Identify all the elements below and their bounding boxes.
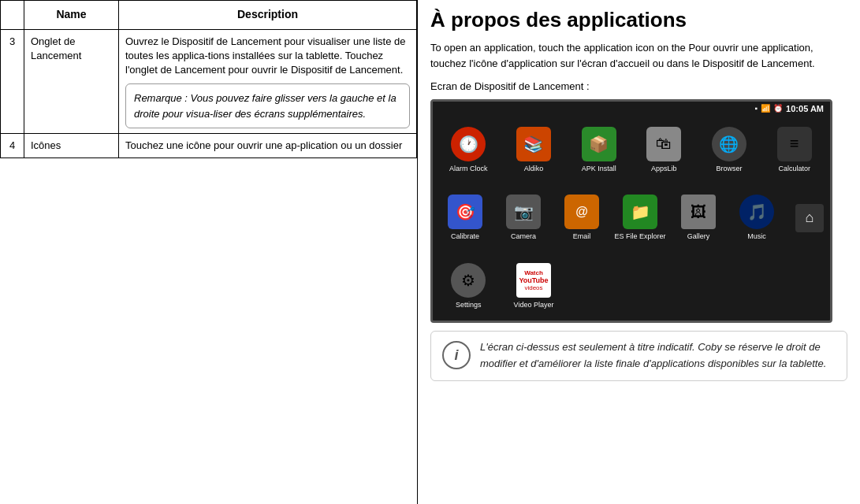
video-player-icon: Watch YouTube videos <box>516 263 551 298</box>
app-grid-row2: 🎯 Calibrate 📷 Camera @ Email 📁 ES File E… <box>433 183 789 252</box>
aldiko-icon: 📚 <box>516 127 551 161</box>
content-table: Name Description 3 Onglet de Lancement O… <box>0 0 417 158</box>
row-name-4: Icônes <box>24 134 119 158</box>
app-appslib[interactable]: 🛍 AppsLib <box>631 122 697 178</box>
calibrate-icon: 🎯 <box>448 195 482 229</box>
music-icon: 🎵 <box>739 195 774 229</box>
app-camera[interactable]: 📷 Camera <box>494 190 553 246</box>
col-header-name: Name <box>24 1 119 30</box>
app-grid-row3: ⚙ Settings Watch YouTube videos Video Pl… <box>433 252 830 321</box>
browser-icon: 🌐 <box>712 127 746 161</box>
wifi-icon: 📶 <box>761 104 770 113</box>
alarm-clock-icon: 🕐 <box>451 127 486 161</box>
sim-icon: ▪ <box>755 104 758 113</box>
alarm-icon: ⏰ <box>773 104 783 113</box>
table-row: 3 Onglet de Lancement Ouvrez le Disposit… <box>1 29 417 134</box>
app-music-label: Music <box>747 232 766 241</box>
app-calibrate[interactable]: 🎯 Calibrate <box>436 190 494 246</box>
status-time: 10:05 AM <box>786 104 824 113</box>
intro-paragraph: To open an application, touch the applic… <box>430 40 847 71</box>
app-apk-install[interactable]: 📦 APK Install <box>566 122 631 178</box>
appslib-icon: 🛍 <box>646 127 681 161</box>
app-settings[interactable]: ⚙ Settings <box>436 258 501 314</box>
app-browser[interactable]: 🌐 Browser <box>697 122 762 178</box>
app-calculator-label: Calculator <box>778 165 810 173</box>
app-gallery-label: Gallery <box>687 232 710 241</box>
app-grid-row1: 🕐 Alarm Clock 📚 Aldiko 📦 APK Install 🛍 A… <box>433 116 830 184</box>
col-header-desc: Description <box>119 1 417 30</box>
app-alarm-clock[interactable]: 🕐 Alarm Clock <box>436 122 501 178</box>
app-email[interactable]: @ Email <box>553 190 611 246</box>
home-button[interactable]: ⌂ <box>795 204 824 232</box>
app-camera-label: Camera <box>511 232 536 241</box>
app-apk-label: APK Install <box>582 165 616 173</box>
settings-icon: ⚙ <box>451 263 486 298</box>
gallery-icon: 🖼 <box>681 195 716 229</box>
app-esfile[interactable]: 📁 ES File Explorer <box>611 190 669 246</box>
app-calculator[interactable]: ≡ Calculator <box>761 122 827 178</box>
row-desc-3: Ouvrez le Dispositif de Lancement pour v… <box>119 29 417 134</box>
app-appslib-label: AppsLib <box>651 165 677 173</box>
app-grid-row2-container: 🎯 Calibrate 📷 Camera @ Email 📁 ES File E… <box>433 183 830 252</box>
app-aldiko-label: Aldiko <box>524 165 544 173</box>
app-aldiko[interactable]: 📚 Aldiko <box>501 122 567 178</box>
remark-box-3: Remarque : Vous pouvez faire glisser ver… <box>125 83 410 128</box>
status-icons: ▪ 📶 ⏰ 10:05 AM <box>755 104 824 113</box>
app-gallery[interactable]: 🖼 Gallery <box>669 190 728 246</box>
app-email-label: Email <box>573 232 591 241</box>
table-row: 4 Icônes Touchez une icône pour ouvrir u… <box>1 134 417 158</box>
row-num-3: 3 <box>1 29 24 134</box>
page-title: À propos des applications <box>430 8 847 32</box>
screen-label: Ecran de Dispositif de Lancement : <box>430 79 847 94</box>
right-panel: À propos des applications To open an app… <box>418 0 860 504</box>
app-music[interactable]: 🎵 Music <box>728 190 786 246</box>
device-screenshot: ▪ 📶 ⏰ 10:05 AM 🕐 Alarm Clock 📚 Aldiko 📦 … <box>430 99 832 323</box>
info-text: L'écran ci-dessus est seulement à titre … <box>480 339 836 372</box>
info-icon: i <box>442 341 471 369</box>
col-header-num <box>1 1 24 30</box>
calculator-icon: ≡ <box>777 127 812 161</box>
app-video-player[interactable]: Watch YouTube videos Video Player <box>501 258 567 314</box>
status-bar: ▪ 📶 ⏰ 10:05 AM <box>433 102 830 116</box>
apk-install-icon: 📦 <box>582 127 616 161</box>
app-esfile-label: ES File Explorer <box>614 232 665 241</box>
app-settings-label: Settings <box>456 301 482 309</box>
email-icon: @ <box>564 195 599 229</box>
app-browser-label: Browser <box>716 165 742 173</box>
left-panel: Name Description 3 Onglet de Lancement O… <box>0 0 418 504</box>
app-video-player-label: Video Player <box>514 301 554 309</box>
row-name-3: Onglet de Lancement <box>24 29 119 134</box>
info-box: i L'écran ci-dessus est seulement à titr… <box>430 331 847 381</box>
row-desc-4: Touchez une icône pour ouvrir une ap-pli… <box>119 134 417 158</box>
row-num-4: 4 <box>1 134 24 158</box>
camera-icon: 📷 <box>506 195 541 229</box>
app-alarm-clock-label: Alarm Clock <box>449 165 488 173</box>
esfile-icon: 📁 <box>623 195 657 229</box>
app-calibrate-label: Calibrate <box>451 232 479 241</box>
